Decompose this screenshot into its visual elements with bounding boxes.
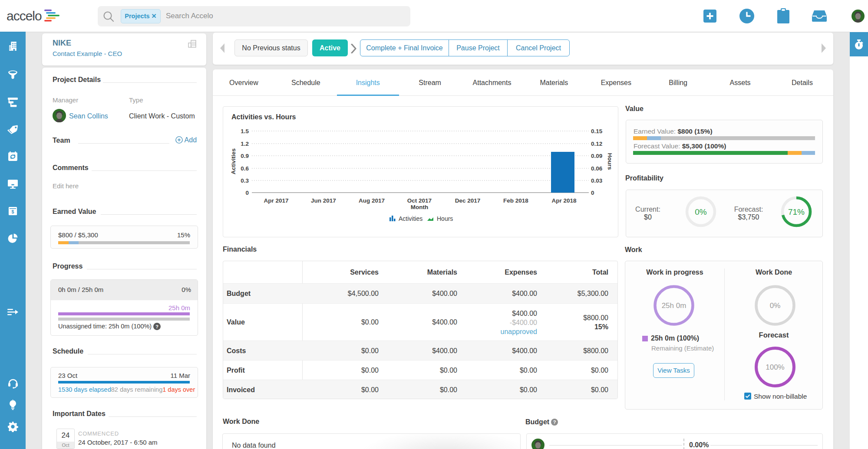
svg-text:$: $ (12, 209, 14, 214)
svg-text:0.09: 0.09 (591, 153, 602, 159)
svg-text:0%: 0% (695, 207, 707, 216)
svg-text:Oct 2017: Oct 2017 (407, 197, 432, 204)
svg-text:0: 0 (591, 190, 594, 196)
svg-text:71%: 71% (788, 207, 805, 216)
svg-text:0.06: 0.06 (591, 165, 603, 172)
svg-text:100%: 100% (766, 363, 784, 371)
svg-text:Dec 2017: Dec 2017 (455, 197, 481, 204)
svg-text:Hours: Hours (437, 215, 453, 222)
svg-text:Activities: Activities (399, 215, 422, 222)
svg-text:0%: 0% (770, 302, 781, 310)
svg-text:0: 0 (245, 190, 249, 196)
svg-text:0.15: 0.15 (591, 128, 603, 134)
svg-text:Apr 2017: Apr 2017 (264, 197, 288, 204)
svg-text:Month: Month (411, 204, 428, 210)
svg-text:0.3: 0.3 (241, 177, 249, 184)
svg-text:?: ? (553, 420, 556, 425)
svg-text:25h 0m: 25h 0m (662, 302, 686, 310)
svg-text:Hours: Hours (607, 153, 613, 170)
svg-text:Activities vs. Hours: Activities vs. Hours (231, 113, 296, 121)
svg-text:Jun 2017: Jun 2017 (311, 197, 336, 204)
svg-text:0.12: 0.12 (591, 141, 602, 147)
svg-text:Apr 2018: Apr 2018 (551, 197, 577, 204)
svg-text:1.2: 1.2 (241, 141, 249, 147)
svg-text:1.5: 1.5 (241, 128, 249, 134)
svg-text:0.9: 0.9 (241, 153, 249, 159)
svg-text:Aug 2017: Aug 2017 (359, 197, 385, 204)
svg-text:Feb 2018: Feb 2018 (503, 197, 528, 204)
svg-text:Activities: Activities (230, 148, 237, 174)
svg-text:?: ? (155, 324, 158, 329)
svg-text:0.6: 0.6 (241, 165, 249, 172)
svg-text:0.03: 0.03 (591, 177, 603, 184)
